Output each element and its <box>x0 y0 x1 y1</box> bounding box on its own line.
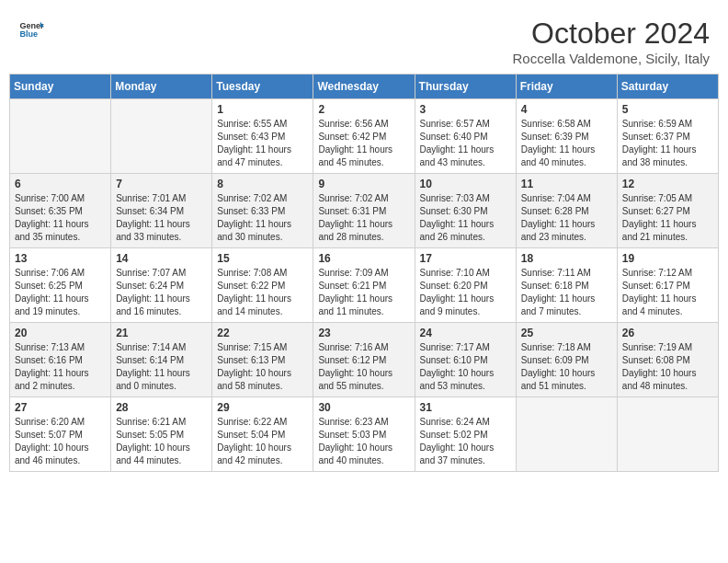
day-number: 25 <box>521 327 612 339</box>
day-info: Sunrise: 7:14 AM Sunset: 6:14 PM Dayligh… <box>116 341 207 393</box>
day-info: Sunrise: 7:16 AM Sunset: 6:12 PM Dayligh… <box>318 341 409 393</box>
day-info: Sunrise: 7:08 AM Sunset: 6:22 PM Dayligh… <box>217 267 308 318</box>
day-info: Sunrise: 7:13 AM Sunset: 6:16 PM Dayligh… <box>15 341 106 393</box>
calendar-header-row: SundayMondayTuesdayWednesdayThursdayFrid… <box>10 75 719 99</box>
title-block: October 2024 Roccella Valdemone, Sicily,… <box>512 17 710 66</box>
logo: General Blue <box>18 17 46 42</box>
calendar-cell: 31Sunrise: 6:24 AM Sunset: 5:02 PM Dayli… <box>415 397 516 472</box>
day-info: Sunrise: 7:05 AM Sunset: 6:27 PM Dayligh… <box>622 192 713 244</box>
day-info: Sunrise: 7:07 AM Sunset: 6:24 PM Dayligh… <box>116 267 207 318</box>
calendar-cell: 8Sunrise: 7:02 AM Sunset: 6:33 PM Daylig… <box>212 174 313 248</box>
calendar-cell: 6Sunrise: 7:00 AM Sunset: 6:35 PM Daylig… <box>10 174 111 248</box>
day-number: 19 <box>622 252 713 265</box>
day-number: 29 <box>217 401 308 414</box>
column-header-friday: Friday <box>516 75 617 99</box>
calendar-week-row: 6Sunrise: 7:00 AM Sunset: 6:35 PM Daylig… <box>10 174 719 248</box>
day-number: 22 <box>217 327 308 339</box>
column-header-wednesday: Wednesday <box>313 75 415 99</box>
calendar-cell: 2Sunrise: 6:56 AM Sunset: 6:42 PM Daylig… <box>313 99 415 174</box>
day-info: Sunrise: 7:04 AM Sunset: 6:28 PM Dayligh… <box>521 192 612 244</box>
calendar-cell <box>617 397 718 472</box>
calendar-week-row: 27Sunrise: 6:20 AM Sunset: 5:07 PM Dayli… <box>10 397 719 472</box>
day-info: Sunrise: 6:24 AM Sunset: 5:02 PM Dayligh… <box>420 416 511 467</box>
day-number: 16 <box>318 252 409 265</box>
calendar-week-row: 1Sunrise: 6:55 AM Sunset: 6:43 PM Daylig… <box>10 99 719 174</box>
day-number: 5 <box>622 103 713 116</box>
day-info: Sunrise: 7:02 AM Sunset: 6:31 PM Dayligh… <box>318 192 409 244</box>
calendar-cell: 17Sunrise: 7:10 AM Sunset: 6:20 PM Dayli… <box>415 248 516 323</box>
calendar-cell: 12Sunrise: 7:05 AM Sunset: 6:27 PM Dayli… <box>617 174 718 248</box>
calendar-cell: 15Sunrise: 7:08 AM Sunset: 6:22 PM Dayli… <box>212 248 313 323</box>
day-number: 17 <box>420 252 511 265</box>
day-info: Sunrise: 7:00 AM Sunset: 6:35 PM Dayligh… <box>15 192 106 244</box>
column-header-sunday: Sunday <box>10 75 111 99</box>
day-info: Sunrise: 7:11 AM Sunset: 6:18 PM Dayligh… <box>521 267 612 318</box>
calendar-cell: 4Sunrise: 6:58 AM Sunset: 6:39 PM Daylig… <box>516 99 617 174</box>
column-header-thursday: Thursday <box>415 75 516 99</box>
day-info: Sunrise: 7:19 AM Sunset: 6:08 PM Dayligh… <box>622 341 713 393</box>
calendar-cell: 24Sunrise: 7:17 AM Sunset: 6:10 PM Dayli… <box>415 323 516 397</box>
day-info: Sunrise: 7:06 AM Sunset: 6:25 PM Dayligh… <box>15 267 106 318</box>
day-info: Sunrise: 7:17 AM Sunset: 6:10 PM Dayligh… <box>420 341 511 393</box>
column-header-tuesday: Tuesday <box>212 75 313 99</box>
day-number: 4 <box>521 103 612 116</box>
svg-text:Blue: Blue <box>19 29 38 39</box>
column-header-monday: Monday <box>111 75 212 99</box>
calendar-cell: 27Sunrise: 6:20 AM Sunset: 5:07 PM Dayli… <box>10 397 111 472</box>
calendar-cell: 26Sunrise: 7:19 AM Sunset: 6:08 PM Dayli… <box>617 323 718 397</box>
day-info: Sunrise: 7:09 AM Sunset: 6:21 PM Dayligh… <box>318 267 409 318</box>
calendar-cell: 29Sunrise: 6:22 AM Sunset: 5:04 PM Dayli… <box>212 397 313 472</box>
day-number: 6 <box>15 178 106 190</box>
day-info: Sunrise: 7:15 AM Sunset: 6:13 PM Dayligh… <box>217 341 308 393</box>
day-number: 7 <box>116 178 207 190</box>
calendar-body: 1Sunrise: 6:55 AM Sunset: 6:43 PM Daylig… <box>10 99 719 472</box>
day-info: Sunrise: 6:22 AM Sunset: 5:04 PM Dayligh… <box>217 416 308 467</box>
calendar-cell: 22Sunrise: 7:15 AM Sunset: 6:13 PM Dayli… <box>212 323 313 397</box>
day-info: Sunrise: 6:55 AM Sunset: 6:43 PM Dayligh… <box>217 118 308 169</box>
day-number: 20 <box>15 327 106 339</box>
calendar-cell: 16Sunrise: 7:09 AM Sunset: 6:21 PM Dayli… <box>313 248 415 323</box>
calendar-cell: 30Sunrise: 6:23 AM Sunset: 5:03 PM Dayli… <box>313 397 415 472</box>
calendar-week-row: 20Sunrise: 7:13 AM Sunset: 6:16 PM Dayli… <box>10 323 719 397</box>
day-info: Sunrise: 6:56 AM Sunset: 6:42 PM Dayligh… <box>318 118 409 169</box>
day-number: 27 <box>15 401 106 414</box>
day-number: 18 <box>521 252 612 265</box>
day-number: 28 <box>116 401 207 414</box>
day-number: 8 <box>217 178 308 190</box>
day-info: Sunrise: 7:02 AM Sunset: 6:33 PM Dayligh… <box>217 192 308 244</box>
calendar-cell <box>10 99 111 174</box>
day-number: 3 <box>420 103 511 116</box>
calendar-cell <box>111 99 212 174</box>
day-info: Sunrise: 6:20 AM Sunset: 5:07 PM Dayligh… <box>15 416 106 467</box>
day-number: 9 <box>318 178 409 190</box>
day-info: Sunrise: 6:59 AM Sunset: 6:37 PM Dayligh… <box>622 118 713 169</box>
page-header: General Blue October 2024 Roccella Valde… <box>9 9 719 70</box>
calendar-cell: 18Sunrise: 7:11 AM Sunset: 6:18 PM Dayli… <box>516 248 617 323</box>
day-number: 21 <box>116 327 207 339</box>
column-header-saturday: Saturday <box>617 75 718 99</box>
day-number: 26 <box>622 327 713 339</box>
calendar-cell: 23Sunrise: 7:16 AM Sunset: 6:12 PM Dayli… <box>313 323 415 397</box>
day-number: 15 <box>217 252 308 265</box>
day-number: 23 <box>318 327 409 339</box>
day-info: Sunrise: 7:10 AM Sunset: 6:20 PM Dayligh… <box>420 267 511 318</box>
day-info: Sunrise: 6:21 AM Sunset: 5:05 PM Dayligh… <box>116 416 207 467</box>
day-number: 11 <box>521 178 612 190</box>
calendar-cell: 10Sunrise: 7:03 AM Sunset: 6:30 PM Dayli… <box>415 174 516 248</box>
day-number: 12 <box>622 178 713 190</box>
day-info: Sunrise: 6:57 AM Sunset: 6:40 PM Dayligh… <box>420 118 511 169</box>
calendar-cell: 28Sunrise: 6:21 AM Sunset: 5:05 PM Dayli… <box>111 397 212 472</box>
day-info: Sunrise: 7:18 AM Sunset: 6:09 PM Dayligh… <box>521 341 612 393</box>
calendar-cell: 7Sunrise: 7:01 AM Sunset: 6:34 PM Daylig… <box>111 174 212 248</box>
day-number: 14 <box>116 252 207 265</box>
calendar-week-row: 13Sunrise: 7:06 AM Sunset: 6:25 PM Dayli… <box>10 248 719 323</box>
calendar-cell: 20Sunrise: 7:13 AM Sunset: 6:16 PM Dayli… <box>10 323 111 397</box>
day-info: Sunrise: 6:23 AM Sunset: 5:03 PM Dayligh… <box>318 416 409 467</box>
day-number: 24 <box>420 327 511 339</box>
day-number: 2 <box>318 103 409 116</box>
calendar-cell: 5Sunrise: 6:59 AM Sunset: 6:37 PM Daylig… <box>617 99 718 174</box>
calendar-cell: 14Sunrise: 7:07 AM Sunset: 6:24 PM Dayli… <box>111 248 212 323</box>
day-number: 13 <box>15 252 106 265</box>
day-number: 30 <box>318 401 409 414</box>
day-number: 10 <box>420 178 511 190</box>
